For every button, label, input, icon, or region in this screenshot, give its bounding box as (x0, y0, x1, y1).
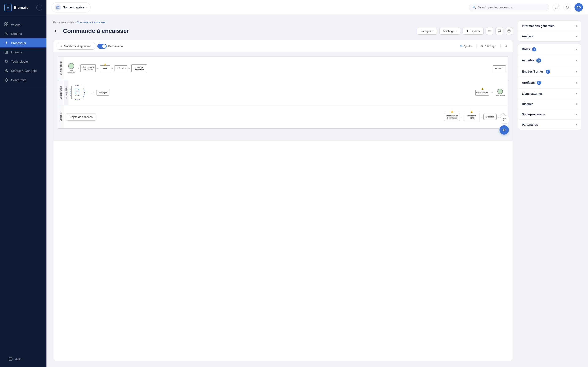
chevron-down-icon: ▾ (576, 35, 577, 38)
artefacts-header[interactable]: Artéfacts 5 ▾ (518, 77, 581, 88)
topbar-actions: CO (553, 3, 583, 12)
section-artefacts: Artéfacts 5 ▾ (518, 77, 581, 89)
notification-button[interactable] (563, 4, 571, 11)
company-name: Nom.entreprise (63, 6, 85, 9)
search-input[interactable] (478, 6, 545, 9)
step-reception: Réception de la commande (80, 64, 96, 72)
section-risques: Risques ▾ (518, 99, 581, 109)
main-area: Nom.entreprise ▾ 🔍 CO (46, 0, 588, 367)
toolbar-actions: Partager ▾ Affichage ▾ ⬆ Exporter ••• (417, 27, 513, 35)
roles-header[interactable]: Rôles 3 ▾ (518, 44, 581, 55)
process-box[interactable]: Facturation (493, 65, 506, 71)
download-button[interactable]: ⬇ (503, 43, 509, 49)
sidebar-item-conformite[interactable]: Conformité (0, 75, 46, 84)
arrow: → (77, 67, 80, 70)
auto-design-toggle[interactable]: Dessin auto. (97, 44, 124, 49)
process-box[interactable]: Saisie (100, 65, 110, 71)
partenaires-label: Partenaires (522, 123, 538, 126)
page-back-button[interactable] (53, 28, 60, 34)
partager-button[interactable]: Partager ▾ (417, 28, 437, 35)
affichage-diagram-button[interactable]: 👁 Affichage (479, 44, 498, 49)
svg-rect-10 (57, 7, 58, 9)
sidebar-item-accueil[interactable]: Accueil (0, 20, 46, 29)
entrees-sorties-header[interactable]: Entrées/Sorties 6 ▾ (518, 66, 581, 77)
comment-button[interactable] (495, 27, 503, 35)
chevron-down-icon: ▾ (576, 81, 577, 84)
info-card-top: Informations générales ▾ Analyse ▾ (518, 21, 581, 42)
divider (500, 44, 501, 48)
user-avatar[interactable]: CO (574, 3, 583, 12)
sidebar-item-risque[interactable]: Risque & Contrôle (0, 66, 46, 75)
step-facturation: Facturation (493, 65, 506, 71)
navigate-button[interactable] (500, 125, 509, 134)
activites-label: Activités (522, 59, 534, 62)
sidebar: e Elemate ← Accueil Con (0, 0, 46, 367)
company-selector[interactable]: Nom.entreprise ▾ (52, 2, 91, 12)
sidebar-nav: Accueil Contact Processus (0, 15, 46, 351)
sidebar-item-label: Technologie (11, 60, 28, 63)
breadcrumb-liste[interactable]: Liste (69, 21, 74, 24)
process-box[interactable]: Confirmation (114, 65, 127, 71)
sidebar-item-librairie[interactable]: Librairie (0, 48, 46, 57)
start-circle[interactable] (68, 63, 74, 69)
toggle-switch[interactable] (97, 44, 107, 49)
topbar: Nom.entreprise ▾ 🔍 CO (46, 0, 588, 15)
lane-label-entrepot: Entrepôt (58, 105, 64, 128)
arrow: → (128, 67, 130, 70)
diagram-canvas: Service client Bon commande → (53, 52, 513, 141)
svg-rect-5 (6, 42, 7, 43)
breadcrumb-processus[interactable]: Processus (53, 21, 66, 24)
expand-button[interactable] (501, 116, 509, 124)
activites-header[interactable]: Activités 10 ▾ (518, 55, 581, 66)
logo-icon: e (4, 4, 12, 11)
help-button[interactable] (505, 27, 513, 35)
arrow: → (111, 67, 113, 70)
sidebar-item-contact[interactable]: Contact (0, 29, 46, 38)
end-circle[interactable] (497, 89, 503, 94)
process-icon (4, 41, 9, 45)
lane-content-entrepot: Objets de données ⚠️ Préparation de la c… (64, 105, 508, 128)
lane-supply-chain: Supply Chain Compatibilité 📄 Fichier (58, 80, 508, 105)
section-partenaires: Partenaires ▾ (518, 120, 581, 130)
process-box[interactable]: Conditionne-ment (464, 113, 479, 121)
sous-processus-header[interactable]: Sous-processus ▾ (518, 109, 581, 119)
process-box[interactable]: Expédition (484, 114, 497, 120)
exporter-button[interactable]: ⬆ Exporter (463, 28, 484, 35)
infos-generales-header[interactable]: Informations générales ▾ (518, 21, 581, 31)
process-box[interactable]: Préparation de la commande (444, 113, 460, 121)
search-bar[interactable]: 🔍 (469, 4, 549, 11)
lane-sublabel-compatibilite: Compatibilité (64, 80, 69, 105)
affichage-label: Affichage (485, 44, 496, 48)
liens-externes-header[interactable]: Liens externes ▾ (518, 89, 581, 99)
back-button[interactable]: ← (36, 5, 42, 10)
sidebar-item-aide[interactable]: Aide (4, 354, 42, 364)
logo-area: e Elemate ← (0, 0, 46, 15)
affichage-button[interactable]: Affichage ▾ (439, 28, 460, 35)
partenaires-header[interactable]: Partenaires ▾ (518, 120, 581, 130)
process-box[interactable]: Réception de la commande (80, 64, 96, 72)
more-options-button[interactable]: ••• (486, 27, 493, 35)
sidebar-footer: Aide (0, 351, 46, 367)
process-box[interactable]: Mise à jour (96, 90, 109, 96)
sidebar-item-label: Conformité (11, 78, 26, 82)
ajouter-button[interactable]: ⊕ Ajouter (458, 43, 474, 49)
process-box[interactable]: Encaisse-ment (476, 90, 489, 96)
chat-button[interactable] (553, 4, 560, 11)
sidebar-item-technologie[interactable]: Technologie (0, 57, 46, 66)
chevron-down-icon: ▾ (576, 92, 577, 95)
sidebar-item-label: Processus (11, 41, 26, 45)
help-icon (9, 357, 13, 361)
svg-point-9 (10, 360, 11, 360)
process-box[interactable]: Envoi en préparation (131, 64, 147, 72)
sidebar-item-processus[interactable]: Processus (0, 38, 46, 48)
step-confirmation: Confirmation (114, 65, 127, 71)
artefacts-badge: 5 (537, 81, 541, 85)
svg-point-6 (6, 61, 7, 62)
lane-entrepot: Entrepôt Objets de données ⚠️ (58, 105, 508, 128)
risques-header[interactable]: Risques ▾ (518, 99, 581, 109)
sidebar-item-label: Librairie (11, 50, 22, 54)
sous-processus-label: Sous-processus (522, 113, 545, 116)
analyse-header[interactable]: Analyse ▾ (518, 31, 581, 41)
edit-diagram-button[interactable]: ✏ Modifier le diagramme (57, 43, 95, 50)
section-liens-externes: Liens externes ▾ (518, 89, 581, 99)
